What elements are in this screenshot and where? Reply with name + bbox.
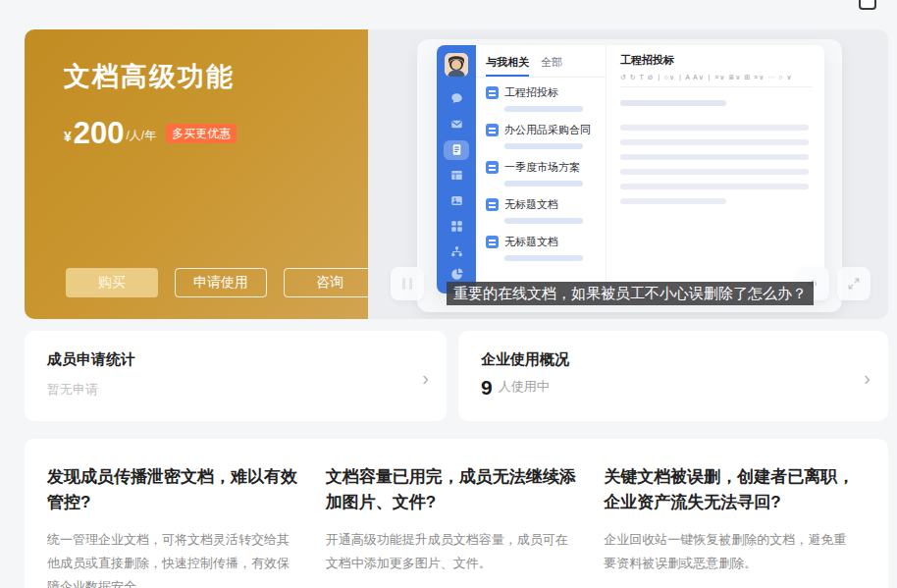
feature-column: 发现成员传播泄密文档，难以有效管控? 统一管理企业文档，可将文档灵活转交给其他成…	[47, 464, 302, 588]
feature-title: 文档容量已用完，成员无法继续添加图片、文件?	[326, 464, 581, 516]
clipped-browser-icon[interactable]	[859, 0, 876, 10]
doc-title: 无标题文档	[504, 235, 558, 249]
card-desc: 暂无申请	[47, 381, 447, 399]
doc-list-tabs: 与我相关 全部	[476, 45, 606, 78]
feature-column: 关键文档被误删，创建者已离职，企业资产流失无法寻回? 企业回收站一键恢复被删除的…	[604, 464, 859, 588]
mail-icon	[444, 115, 469, 134]
apps-grid-icon	[444, 216, 469, 236]
promo-panel: 文档高级功能 ¥ 200 /人/年 多买更优惠 购买 申请使用 咨询	[25, 29, 368, 319]
promo-section: 文档高级功能 ¥ 200 /人/年 多买更优惠 购买 申请使用 咨询	[25, 29, 888, 319]
list-item: 工程招投标	[476, 78, 606, 115]
users-count-unit: 人使用中	[499, 378, 550, 398]
promo-buttons: 购买 申请使用 咨询	[66, 268, 376, 297]
doc-file-icon	[486, 124, 499, 136]
apply-button[interactable]: 申请使用	[175, 268, 267, 297]
placeholder-bar	[504, 106, 583, 112]
card-title: 企业使用概况	[481, 350, 888, 369]
discount-badge: 多买更优惠	[166, 124, 237, 143]
sheet-icon	[444, 166, 469, 186]
feature-body: 统一管理企业文档，可将文档灵活转交给其他成员或直接删除，快速控制传播，有效保障企…	[47, 528, 302, 588]
doc-file-icon	[486, 161, 499, 174]
placeholder-bar	[620, 139, 809, 145]
pause-button[interactable]	[391, 267, 424, 300]
list-item: 无标题文档	[476, 227, 606, 264]
feature-title: 关键文档被误删，创建者已离职，企业资产流失无法寻回?	[604, 464, 859, 516]
doc-file-icon	[486, 198, 499, 211]
placeholder-bar	[620, 169, 809, 175]
doc-title: 办公用品采购合同	[504, 123, 591, 137]
placeholder-bar	[620, 125, 809, 131]
member-request-stats-card[interactable]: 成员申请统计 暂无申请 ›	[25, 331, 447, 421]
avatar	[445, 53, 468, 77]
users-count: 9	[481, 377, 493, 398]
editor-toolbar-icons: ↺ ↻ T ⊘ ∣ ○∨ ∣ A A∨ ∣ ≡∨ ≣∨ ⊞ ≡∨ ⋯ ○ ∨	[620, 68, 813, 87]
buy-button[interactable]: 购买	[66, 268, 158, 297]
doc-title: 无标题文档	[504, 197, 558, 212]
image-icon	[444, 191, 469, 211]
list-item: 办公用品采购合同	[476, 115, 606, 152]
card-title: 成员申请统计	[47, 350, 447, 369]
enterprise-usage-card[interactable]: 企业使用概况 9 人使用中 ›	[458, 331, 888, 421]
fullscreen-button[interactable]	[837, 267, 871, 300]
editor-panel: 工程招投标 ↺ ↻ T ⊘ ∣ ○∨ ∣ A A∨ ∣ ≡∨ ≣∨ ⊞ ≡∨ ⋯…	[607, 45, 824, 294]
placeholder-bar	[620, 154, 809, 160]
editor-doc-title: 工程招投标	[620, 53, 813, 68]
placeholder-bar	[620, 184, 809, 189]
tab-related-to-me: 与我相关	[486, 55, 529, 77]
feature-body: 企业回收站一键恢复被删除的文档，避免重要资料被误删或恶意删除。	[604, 528, 859, 575]
feature-title: 发现成员传播泄密文档，难以有效管控?	[47, 464, 302, 516]
chevron-right-icon[interactable]: ›	[422, 368, 429, 388]
placeholder-bar	[504, 181, 583, 187]
video-subtitle: 重要的在线文档，如果被员工不小心误删除了怎么办？	[447, 282, 814, 305]
price-value: 200	[74, 118, 125, 148]
tab-all: 全部	[541, 55, 562, 77]
doc-file-icon	[486, 236, 499, 248]
org-tree-icon	[444, 241, 469, 261]
placeholder-bar	[620, 198, 726, 204]
stats-row: 成员申请统计 暂无申请 › 企业使用概况 9 人使用中 ›	[25, 331, 888, 421]
app-sidebar	[437, 45, 476, 294]
feature-body: 开通高级功能提升成员文档容量，成员可在文档中添加更多图片、文件。	[326, 528, 581, 575]
promo-title: 文档高级功能	[64, 59, 368, 94]
chat-icon	[444, 89, 469, 109]
app-preview-window: 与我相关 全部 工程招投标 办公用品采购合同 一季度市场方案	[437, 45, 824, 294]
expand-icon	[847, 277, 861, 291]
doc-list-panel: 与我相关 全部 工程招投标 办公用品采购合同 一季度市场方案	[476, 45, 607, 294]
placeholder-bar	[504, 143, 583, 149]
list-item: 一季度市场方案	[476, 152, 606, 189]
doc-file-icon	[486, 86, 499, 99]
doc-title: 工程招投标	[504, 85, 558, 100]
placeholder-bar	[620, 100, 726, 106]
doc-title: 一季度市场方案	[504, 160, 580, 175]
consult-button[interactable]: 咨询	[284, 268, 376, 297]
feature-column: 文档容量已用完，成员无法继续添加图片、文件? 开通高级功能提升成员文档容量，成员…	[326, 464, 581, 588]
chevron-right-icon[interactable]: ›	[864, 368, 871, 388]
placeholder-bar	[504, 255, 583, 261]
video-preview[interactable]: 与我相关 全部 工程招投标 办公用品采购合同 一季度市场方案	[368, 29, 888, 319]
list-item: 无标题文档	[476, 189, 606, 227]
placeholder-bar	[504, 218, 583, 224]
page: 文档高级功能 ¥ 200 /人/年 多买更优惠 购买 申请使用 咨询	[0, 0, 897, 588]
price-unit: /人/年	[127, 128, 157, 144]
features-card: 发现成员传播泄密文档，难以有效管控? 统一管理企业文档，可将文档灵活转交给其他成…	[25, 439, 888, 588]
price-row: ¥ 200 /人/年 多买更优惠	[64, 118, 368, 148]
docs-icon-active	[444, 140, 469, 160]
currency-symbol: ¥	[64, 129, 72, 144]
